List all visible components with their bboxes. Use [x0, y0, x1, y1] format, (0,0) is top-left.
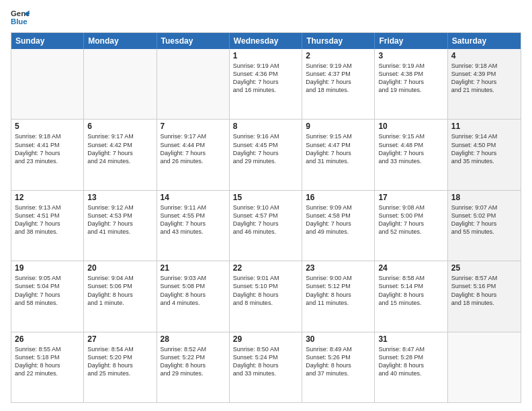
calendar-row-1: 1Sunrise: 9:19 AM Sunset: 4:36 PM Daylig… — [11, 49, 521, 119]
day-info: Sunrise: 9:13 AM Sunset: 4:51 PM Dayligh… — [15, 203, 80, 236]
cal-cell-5: 5Sunrise: 9:18 AM Sunset: 4:41 PM Daylig… — [11, 120, 84, 189]
day-number: 14 — [161, 193, 226, 202]
day-number: 25 — [451, 263, 517, 273]
day-info: Sunrise: 9:01 AM Sunset: 5:10 PM Dayligh… — [233, 274, 298, 307]
cal-cell-3: 3Sunrise: 9:19 AM Sunset: 4:38 PM Daylig… — [375, 49, 447, 119]
day-header-tuesday: Tuesday — [157, 33, 230, 49]
day-number: 1 — [233, 51, 298, 60]
cal-cell-18: 18Sunrise: 9:07 AM Sunset: 5:02 PM Dayli… — [448, 191, 521, 261]
cal-cell-2: 2Sunrise: 9:19 AM Sunset: 4:37 PM Daylig… — [302, 49, 375, 119]
day-number: 3 — [378, 51, 443, 60]
day-header-friday: Friday — [375, 33, 447, 49]
cal-cell-24: 24Sunrise: 8:58 AM Sunset: 5:14 PM Dayli… — [375, 261, 447, 331]
day-number: 5 — [15, 122, 80, 131]
cal-cell-9: 9Sunrise: 9:15 AM Sunset: 4:47 PM Daylig… — [302, 120, 375, 189]
calendar-row-2: 5Sunrise: 9:18 AM Sunset: 4:41 PM Daylig… — [11, 119, 521, 189]
day-number: 31 — [378, 334, 443, 344]
day-info: Sunrise: 9:15 AM Sunset: 4:47 PM Dayligh… — [306, 132, 371, 165]
day-info: Sunrise: 9:00 AM Sunset: 5:12 PM Dayligh… — [306, 274, 371, 307]
day-number: 16 — [306, 193, 371, 202]
cal-cell-29: 29Sunrise: 8:50 AM Sunset: 5:24 PM Dayli… — [230, 332, 302, 402]
cal-cell-19: 19Sunrise: 9:05 AM Sunset: 5:04 PM Dayli… — [11, 261, 84, 331]
svg-text:Blue: Blue — [11, 17, 28, 26]
day-info: Sunrise: 9:03 AM Sunset: 5:08 PM Dayligh… — [161, 274, 226, 307]
cal-cell-empty-0-2 — [157, 49, 230, 119]
logo: General Blue — [11, 8, 30, 27]
cal-cell-empty-0-0 — [11, 49, 84, 119]
day-number: 13 — [87, 193, 152, 202]
cal-cell-8: 8Sunrise: 9:16 AM Sunset: 4:45 PM Daylig… — [230, 120, 302, 189]
calendar-body: 1Sunrise: 9:19 AM Sunset: 4:36 PM Daylig… — [11, 49, 521, 402]
header: General Blue — [11, 8, 521, 27]
day-number: 7 — [161, 122, 226, 131]
day-header-saturday: Saturday — [448, 33, 521, 49]
day-info: Sunrise: 9:09 AM Sunset: 4:58 PM Dayligh… — [306, 203, 371, 236]
day-number: 9 — [306, 122, 371, 131]
day-info: Sunrise: 8:49 AM Sunset: 5:26 PM Dayligh… — [306, 345, 371, 378]
day-number: 24 — [378, 263, 443, 273]
day-info: Sunrise: 9:10 AM Sunset: 4:57 PM Dayligh… — [233, 203, 298, 236]
day-number: 12 — [15, 193, 80, 202]
day-info: Sunrise: 9:14 AM Sunset: 4:50 PM Dayligh… — [451, 132, 517, 165]
cal-cell-13: 13Sunrise: 9:12 AM Sunset: 4:53 PM Dayli… — [84, 191, 157, 261]
day-info: Sunrise: 9:12 AM Sunset: 4:53 PM Dayligh… — [87, 203, 152, 236]
day-number: 26 — [15, 334, 80, 344]
cal-cell-31: 31Sunrise: 8:47 AM Sunset: 5:28 PM Dayli… — [375, 332, 447, 402]
cal-cell-6: 6Sunrise: 9:17 AM Sunset: 4:42 PM Daylig… — [84, 120, 157, 189]
day-info: Sunrise: 9:05 AM Sunset: 5:04 PM Dayligh… — [15, 274, 80, 307]
day-info: Sunrise: 8:50 AM Sunset: 5:24 PM Dayligh… — [233, 345, 298, 378]
day-number: 30 — [306, 334, 371, 344]
day-number: 19 — [15, 263, 80, 273]
day-info: Sunrise: 9:17 AM Sunset: 4:44 PM Dayligh… — [161, 132, 226, 165]
day-header-monday: Monday — [84, 33, 157, 49]
day-info: Sunrise: 9:17 AM Sunset: 4:42 PM Dayligh… — [87, 132, 152, 165]
cal-cell-25: 25Sunrise: 8:57 AM Sunset: 5:16 PM Dayli… — [448, 261, 521, 331]
cal-cell-21: 21Sunrise: 9:03 AM Sunset: 5:08 PM Dayli… — [157, 261, 230, 331]
day-info: Sunrise: 9:04 AM Sunset: 5:06 PM Dayligh… — [87, 274, 152, 307]
day-info: Sunrise: 9:11 AM Sunset: 4:55 PM Dayligh… — [161, 203, 226, 236]
day-number: 29 — [233, 334, 298, 344]
day-number: 15 — [233, 193, 298, 202]
cal-cell-15: 15Sunrise: 9:10 AM Sunset: 4:57 PM Dayli… — [230, 191, 302, 261]
day-info: Sunrise: 9:18 AM Sunset: 4:41 PM Dayligh… — [15, 132, 80, 165]
day-info: Sunrise: 9:16 AM Sunset: 4:45 PM Dayligh… — [233, 132, 298, 165]
cal-cell-4: 4Sunrise: 9:18 AM Sunset: 4:39 PM Daylig… — [448, 49, 521, 119]
day-info: Sunrise: 9:19 AM Sunset: 4:38 PM Dayligh… — [378, 62, 443, 95]
day-info: Sunrise: 8:57 AM Sunset: 5:16 PM Dayligh… — [451, 274, 517, 307]
calendar-row-3: 12Sunrise: 9:13 AM Sunset: 4:51 PM Dayli… — [11, 190, 521, 261]
day-info: Sunrise: 9:08 AM Sunset: 5:00 PM Dayligh… — [378, 203, 443, 236]
cal-cell-11: 11Sunrise: 9:14 AM Sunset: 4:50 PM Dayli… — [448, 120, 521, 189]
day-info: Sunrise: 8:52 AM Sunset: 5:22 PM Dayligh… — [161, 345, 226, 378]
calendar-row-5: 26Sunrise: 8:55 AM Sunset: 5:18 PM Dayli… — [11, 332, 521, 402]
day-info: Sunrise: 8:54 AM Sunset: 5:20 PM Dayligh… — [87, 345, 152, 378]
day-info: Sunrise: 9:18 AM Sunset: 4:39 PM Dayligh… — [451, 62, 517, 95]
calendar: SundayMondayTuesdayWednesdayThursdayFrid… — [11, 32, 521, 403]
cal-cell-20: 20Sunrise: 9:04 AM Sunset: 5:06 PM Dayli… — [84, 261, 157, 331]
day-info: Sunrise: 8:55 AM Sunset: 5:18 PM Dayligh… — [15, 345, 80, 378]
day-number: 10 — [378, 122, 443, 131]
cal-cell-empty-0-1 — [84, 49, 157, 119]
cal-cell-16: 16Sunrise: 9:09 AM Sunset: 4:58 PM Dayli… — [302, 191, 375, 261]
day-number: 11 — [451, 122, 517, 131]
day-header-thursday: Thursday — [302, 33, 375, 49]
cal-cell-26: 26Sunrise: 8:55 AM Sunset: 5:18 PM Dayli… — [11, 332, 84, 402]
day-number: 27 — [87, 334, 152, 344]
day-number: 17 — [378, 193, 443, 202]
day-number: 6 — [87, 122, 152, 131]
cal-cell-28: 28Sunrise: 8:52 AM Sunset: 5:22 PM Dayli… — [157, 332, 230, 402]
logo-icon: General Blue — [11, 8, 30, 27]
day-number: 28 — [161, 334, 226, 344]
cal-cell-23: 23Sunrise: 9:00 AM Sunset: 5:12 PM Dayli… — [302, 261, 375, 331]
cal-cell-22: 22Sunrise: 9:01 AM Sunset: 5:10 PM Dayli… — [230, 261, 302, 331]
cal-cell-14: 14Sunrise: 9:11 AM Sunset: 4:55 PM Dayli… — [157, 191, 230, 261]
day-info: Sunrise: 9:19 AM Sunset: 4:36 PM Dayligh… — [233, 62, 298, 95]
cal-cell-30: 30Sunrise: 8:49 AM Sunset: 5:26 PM Dayli… — [302, 332, 375, 402]
page: General Blue SundayMondayTuesdayWednesda… — [0, 0, 532, 411]
cal-cell-1: 1Sunrise: 9:19 AM Sunset: 4:36 PM Daylig… — [230, 49, 302, 119]
day-header-sunday: Sunday — [11, 33, 84, 49]
day-number: 4 — [451, 51, 517, 60]
day-number: 20 — [87, 263, 152, 273]
day-number: 8 — [233, 122, 298, 131]
day-header-wednesday: Wednesday — [230, 33, 302, 49]
calendar-row-4: 19Sunrise: 9:05 AM Sunset: 5:04 PM Dayli… — [11, 261, 521, 331]
